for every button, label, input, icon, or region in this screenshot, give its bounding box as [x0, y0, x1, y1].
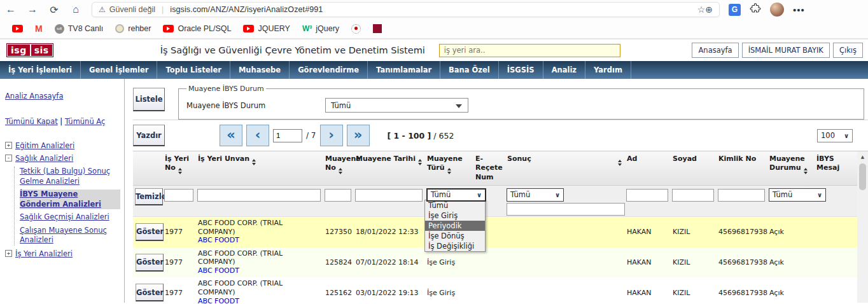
- tree-item-calisan-muayene-sonuc[interactable]: Çalışan Muayene Sonuç Analizleri: [20, 226, 120, 245]
- filter-tarih-input[interactable]: [355, 189, 423, 202]
- filter-durum-select[interactable]: Tümü ∨: [769, 188, 826, 202]
- filter-soyad-input[interactable]: [672, 189, 714, 202]
- show-row-button[interactable]: Göster: [136, 223, 164, 241]
- dropdown-option-highlighted[interactable]: Periyodik: [425, 221, 485, 231]
- bookmark-unnamed[interactable]: [370, 24, 385, 33]
- ibys-durum-fieldset: Muayene İBYS Durum Muayene İBYS Durum Tü…: [178, 85, 864, 120]
- last-page-button[interactable]: »: [347, 125, 370, 146]
- page-size-select[interactable]: 100 ∨: [817, 129, 853, 142]
- print-button[interactable]: Yazdır: [133, 125, 165, 146]
- scrollbar-thumb[interactable]: [859, 163, 866, 190]
- filter-sonuc-input[interactable]: [507, 203, 625, 216]
- sort-icon[interactable]: [339, 168, 342, 174]
- home-icon[interactable]: ⌂: [65, 4, 87, 15]
- dropdown-option[interactable]: İşe Dönüş: [425, 231, 485, 241]
- company-name: ABC FOOD CORP. (TRIAL COMPANY): [198, 219, 320, 237]
- home-button[interactable]: Anasayfa: [692, 43, 738, 58]
- company-link[interactable]: ABC FOODT: [198, 236, 239, 244]
- ibys-durum-label: Muayene İBYS Durum: [186, 101, 325, 110]
- translate-icon[interactable]: G: [729, 4, 741, 16]
- vertical-scrollbar[interactable]: ▲: [857, 151, 868, 303]
- first-page-button[interactable]: «: [220, 125, 242, 146]
- analysis-sidebar: Analiz Anasayfa Tümünü Kapat | Tümünü Aç…: [0, 79, 125, 303]
- scrollbar-up-arrow-icon[interactable]: ▲: [857, 151, 868, 162]
- dropdown-option[interactable]: İş Değişikliği: [425, 241, 485, 251]
- tree-item-egitim-analizleri[interactable]: Eğitim Analizleri: [15, 141, 74, 150]
- dropdown-option[interactable]: Tümü: [425, 200, 485, 211]
- bookmark-security[interactable]: [348, 24, 364, 34]
- table-row: Göster 1977 ABC FOOD CORP. (TRIAL COMPAN…: [133, 277, 868, 304]
- chevron-down-icon: ∨: [817, 191, 822, 198]
- tree-item-ibys-muayene-gonderim[interactable]: İBYS Muayene Gönderim Analizleri: [20, 190, 120, 209]
- tree-item-is-yeri-analizleri[interactable]: İş Yeri Analizleri: [15, 249, 73, 258]
- page-title: İş Sağlığı ve Güvenliği Çevre Yönetim ve…: [160, 45, 425, 55]
- filter-ad-input[interactable]: [626, 189, 668, 202]
- sidebar-link-analiz-anasayfa[interactable]: Analiz Anasayfa: [5, 92, 63, 100]
- menu-bana-ozel[interactable]: Bana Özel: [440, 61, 499, 79]
- expand-toggle-icon[interactable]: +: [5, 142, 12, 149]
- tree-item-saglik-analizleri[interactable]: Sağlık Analizleri: [15, 154, 73, 163]
- filter-muayene-no-input[interactable]: [325, 189, 351, 202]
- show-row-button[interactable]: Göster: [136, 254, 164, 272]
- menu-is-yeri-islemleri[interactable]: İş Yeri İşlemleri: [0, 61, 81, 79]
- menu-yardim[interactable]: Yardım: [585, 61, 631, 79]
- refresh-icon[interactable]: ⟳: [43, 4, 65, 16]
- collapse-toggle-icon[interactable]: -: [5, 155, 12, 162]
- filter-is-yeri-no-input[interactable]: [164, 189, 193, 202]
- prev-page-button[interactable]: ‹: [246, 125, 269, 146]
- address-bar[interactable]: ⚠ Güvenli değil | isgsis.com/ANZ/ANZ/isy…: [92, 2, 720, 17]
- w3schools-icon: W³: [302, 24, 312, 33]
- dropdown-option[interactable]: İşe Giriş: [425, 211, 485, 221]
- youtube-icon: [163, 25, 174, 32]
- gmail-icon: M: [35, 24, 43, 34]
- collapse-all-link[interactable]: Tümünü Kapat: [5, 117, 58, 126]
- sort-icon[interactable]: [804, 168, 808, 174]
- list-button[interactable]: Listele: [133, 88, 165, 111]
- company-link[interactable]: ABC FOODT: [198, 266, 239, 275]
- bookmark-tv8[interactable]: tv8TV8 Canlı: [52, 24, 107, 34]
- page-number-input[interactable]: [273, 129, 302, 142]
- sort-icon[interactable]: [447, 168, 451, 174]
- menu-isgsis[interactable]: İSGSİS: [499, 61, 543, 79]
- menu-analiz[interactable]: Analiz: [543, 61, 585, 79]
- expand-toggle-icon[interactable]: +: [5, 250, 12, 257]
- extensions-puzzle-icon[interactable]: [750, 3, 761, 17]
- filter-kimlik-input[interactable]: [718, 189, 765, 202]
- clear-filters-button[interactable]: Temizle: [135, 188, 163, 205]
- sort-icon[interactable]: [252, 159, 256, 165]
- bookmark-jquery[interactable]: W³jQuery: [299, 24, 342, 33]
- filter-sonuc-select[interactable]: Tümü ∨: [507, 188, 564, 202]
- show-row-button[interactable]: Göster: [136, 284, 164, 301]
- menu-gorevlendirme[interactable]: Görevlendirme: [290, 61, 368, 79]
- logout-button[interactable]: Çıkış: [833, 43, 863, 58]
- menu-toplu-listeler[interactable]: Toplu Listeler: [157, 61, 230, 79]
- browser-menu-icon[interactable]: •••: [793, 4, 805, 15]
- sort-icon[interactable]: [618, 160, 622, 166]
- tree-item-saglik-gecmisi[interactable]: Sağlık Geçmişi Analizleri: [20, 212, 120, 223]
- next-page-button[interactable]: ›: [320, 125, 343, 146]
- bookmark-jquery-caps[interactable]: JQUERY: [240, 24, 293, 33]
- expand-all-link[interactable]: Tümünü Aç: [65, 117, 105, 126]
- back-icon[interactable]: ←: [0, 4, 22, 15]
- profile-avatar[interactable]: [770, 3, 784, 17]
- bookmark-oracle-plsql[interactable]: Oracle PL/SQL: [160, 24, 234, 33]
- workplace-search-input[interactable]: [439, 44, 620, 57]
- user-button[interactable]: İSMAİL MURAT BAYIK: [742, 43, 830, 58]
- forward-icon[interactable]: →: [22, 4, 43, 15]
- main-panel: Listele Muayene İBYS Durum Muayene İBYS …: [125, 79, 868, 303]
- tv8-icon: tv8: [55, 24, 64, 34]
- tree-item-tetkik-analizleri[interactable]: Tetkik (Lab Bulgu) Sonuç Gelme Analizler…: [20, 167, 120, 186]
- menu-tanimlamalar[interactable]: Tanımlamalar: [368, 61, 440, 79]
- ibys-durum-select[interactable]: Tümü: [325, 98, 468, 113]
- bookmark-youtube[interactable]: [9, 25, 26, 32]
- filter-muayene-turu-select[interactable]: Tümü ∨: [426, 188, 486, 202]
- sort-icon[interactable]: [178, 168, 182, 174]
- bookmark-rehber[interactable]: rehber: [112, 24, 154, 33]
- sort-icon[interactable]: [418, 159, 422, 165]
- bookmark-gmail[interactable]: M: [32, 24, 46, 34]
- company-link[interactable]: ABC FOODT: [198, 297, 239, 304]
- menu-muhasebe[interactable]: Muhasebe: [230, 61, 290, 79]
- filter-unvan-input[interactable]: [197, 189, 321, 202]
- favorites-star-icon[interactable]: ☆⊕: [697, 4, 713, 15]
- menu-genel-islemler[interactable]: Genel İşlemler: [81, 61, 157, 79]
